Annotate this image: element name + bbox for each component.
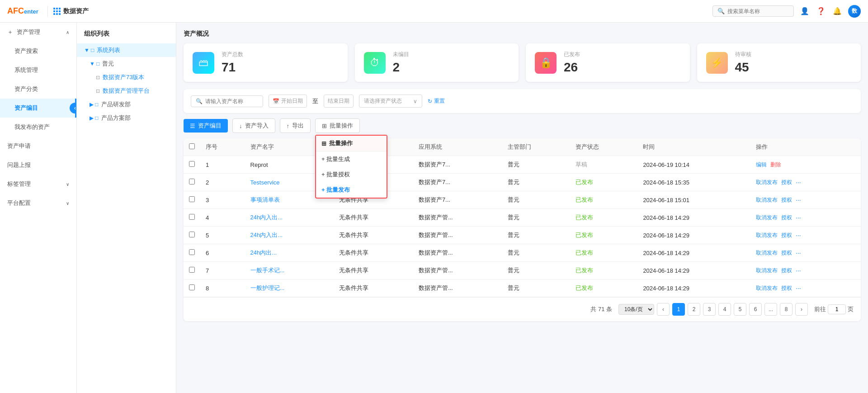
row-time: 2024-06-19 10:14 bbox=[637, 156, 750, 174]
row-name: 24h内入出... bbox=[245, 209, 334, 227]
page-btn-1[interactable]: 1 bbox=[672, 303, 685, 316]
page-btn-4[interactable]: 4 bbox=[718, 303, 731, 316]
sidebar-item-tag-mgmt[interactable]: 标签管理 ∨ bbox=[0, 175, 76, 194]
row-checkbox[interactable] bbox=[189, 232, 195, 237]
page-btn-3[interactable]: 3 bbox=[703, 303, 716, 316]
row-dept: 普元 bbox=[502, 244, 570, 262]
header-divider bbox=[47, 6, 48, 17]
card-value-published: 26 bbox=[564, 60, 580, 75]
action-unpublish[interactable]: 取消发布 bbox=[756, 249, 778, 257]
page-btn-5[interactable]: 5 bbox=[734, 303, 746, 316]
action-unpublish[interactable]: 取消发布 bbox=[756, 267, 778, 275]
action-authorize[interactable]: 授权 bbox=[781, 232, 792, 239]
sidebar-item-issue-report[interactable]: 问题上报 bbox=[0, 156, 76, 175]
tree-item-asset73[interactable]: ⊡ 数据资产73版本 bbox=[77, 71, 176, 84]
row-checkbox[interactable] bbox=[189, 161, 195, 167]
next-page-button[interactable]: › bbox=[795, 303, 808, 316]
action-unpublish[interactable]: 取消发布 bbox=[756, 232, 778, 239]
action-more[interactable]: ··· bbox=[796, 214, 801, 221]
action-more[interactable]: ··· bbox=[796, 249, 801, 256]
row-name-link[interactable]: 一般手术记... bbox=[250, 267, 285, 274]
row-checkbox[interactable] bbox=[189, 284, 195, 290]
batch-operations-button[interactable]: ⊞ 批量操作 bbox=[315, 118, 360, 133]
action-authorize[interactable]: 授权 bbox=[781, 267, 792, 275]
row-time: 2024-06-18 14:29 bbox=[637, 262, 750, 279]
row-name-link[interactable]: 24h内入出... bbox=[250, 214, 283, 221]
action-bar: ☰ 资产编目 ↓ 资产导入 ↑ 导出 ⊞ 批量操作 bbox=[184, 118, 861, 133]
end-date-input[interactable]: 结束日期 bbox=[324, 95, 354, 108]
help-icon[interactable]: ❓ bbox=[816, 6, 826, 17]
action-authorize[interactable]: 授权 bbox=[781, 196, 792, 204]
sidebar-item-asset-classify[interactable]: 资产分类 bbox=[0, 80, 76, 99]
row-name-link[interactable]: 24h内入出... bbox=[250, 232, 283, 238]
avatar[interactable]: 数 bbox=[848, 5, 861, 18]
row-checkbox-cell bbox=[184, 227, 200, 244]
action-authorize[interactable]: 授权 bbox=[781, 179, 792, 186]
select-all-checkbox[interactable] bbox=[189, 143, 195, 149]
row-name-link[interactable]: Testservice bbox=[250, 179, 280, 186]
sidebar-item-asset-edit[interactable]: 资产编目 ‹ bbox=[0, 99, 76, 118]
tree-item-product-rd[interactable]: ▶ □ 产品研发部 bbox=[77, 98, 176, 111]
row-checkbox[interactable] bbox=[189, 267, 195, 273]
tree-item-product-solution[interactable]: ▶ □ 产品方案部 bbox=[77, 111, 176, 125]
action-authorize[interactable]: 授权 bbox=[781, 284, 792, 292]
sidebar-item-my-published[interactable]: 我发布的资产 bbox=[0, 118, 76, 137]
col-app-system: 应用系统 bbox=[413, 138, 502, 156]
action-delete[interactable]: 删除 bbox=[770, 161, 781, 169]
action-unpublish[interactable]: 取消发布 bbox=[756, 196, 778, 204]
global-search[interactable]: 🔍 bbox=[712, 5, 794, 17]
row-name-link[interactable]: 一般护理记... bbox=[250, 284, 285, 291]
action-unpublish[interactable]: 取消发布 bbox=[756, 179, 778, 186]
goto-label: 前往 bbox=[814, 305, 826, 313]
start-date-input[interactable]: 📅 开始日期 bbox=[269, 95, 307, 108]
asset-name-filter[interactable]: 🔍 bbox=[191, 95, 263, 107]
row-checkbox[interactable] bbox=[189, 214, 195, 220]
notification-icon[interactable]: 🔔 bbox=[832, 6, 843, 17]
row-checkbox[interactable] bbox=[189, 249, 195, 255]
page-size-select[interactable]: 10条/页 20条/页 50条/页 bbox=[618, 304, 654, 315]
user-settings-icon[interactable]: 👤 bbox=[799, 6, 810, 17]
prev-page-button[interactable]: ‹ bbox=[657, 303, 670, 316]
row-name-link[interactable]: 事项清单表 bbox=[250, 196, 280, 203]
status-select[interactable]: 请选择资产状态 ∨ bbox=[359, 95, 422, 108]
action-more[interactable]: ··· bbox=[796, 196, 801, 204]
tree-item-puyuan[interactable]: ▼ □ 普元 bbox=[77, 57, 176, 71]
status-badge: 草稿 bbox=[576, 161, 587, 168]
search-input[interactable] bbox=[727, 8, 789, 14]
status-badge: 已发布 bbox=[576, 179, 593, 185]
batch-generate-item[interactable]: + 批量生成 bbox=[316, 152, 387, 167]
sidebar-item-asset-search[interactable]: 资产搜索 bbox=[0, 42, 76, 61]
batch-authorize-item[interactable]: + 批量授权 bbox=[316, 167, 387, 182]
page-btn-2[interactable]: 2 bbox=[688, 303, 700, 316]
tree-item-system-list[interactable]: ▼ □ 系统列表 bbox=[77, 43, 176, 57]
asset-name-input[interactable] bbox=[205, 98, 258, 104]
row-name-link[interactable]: 24h内出... bbox=[250, 249, 277, 256]
action-more[interactable]: ··· bbox=[796, 179, 801, 186]
action-more[interactable]: ··· bbox=[796, 284, 801, 292]
action-authorize[interactable]: 授权 bbox=[781, 249, 792, 257]
import-button[interactable]: ↓ 资产导入 bbox=[232, 118, 275, 133]
action-more[interactable]: ··· bbox=[796, 232, 801, 239]
action-edit[interactable]: 编辑 bbox=[756, 161, 767, 169]
action-unpublish[interactable]: 取消发布 bbox=[756, 284, 778, 292]
reset-button[interactable]: ↻ 重置 bbox=[428, 97, 445, 105]
row-checkbox[interactable] bbox=[189, 179, 195, 185]
sidebar-item-platform-config[interactable]: 平台配置 ∨ bbox=[0, 194, 76, 213]
asset-edit-button[interactable]: ☰ 资产编目 bbox=[184, 119, 228, 133]
action-unpublish[interactable]: 取消发布 bbox=[756, 214, 778, 222]
action-authorize[interactable]: 授权 bbox=[781, 214, 792, 222]
sidebar-toggle[interactable]: ‹ bbox=[70, 103, 77, 114]
tree-item-asset-mgmt-platform[interactable]: ⊡ 数据资产管理平台 bbox=[77, 84, 176, 98]
sidebar-item-system-mgmt[interactable]: 系统管理 bbox=[0, 61, 76, 80]
row-checkbox[interactable] bbox=[189, 196, 195, 202]
export-button[interactable]: ↑ 导出 bbox=[280, 118, 311, 133]
page-goto-input[interactable] bbox=[828, 304, 846, 314]
page-btn-6[interactable]: 6 bbox=[749, 303, 762, 316]
action-more[interactable]: ··· bbox=[796, 267, 801, 274]
row-no: 2 bbox=[200, 174, 245, 191]
sidebar-item-asset-mgmt[interactable]: ＋ 资产管理 ∧ bbox=[0, 23, 76, 42]
batch-publish-item[interactable]: + 批量发布 bbox=[316, 182, 387, 198]
sidebar-item-asset-apply[interactable]: 资产申请 bbox=[0, 137, 76, 156]
row-checkbox-cell bbox=[184, 156, 200, 174]
page-btn-8[interactable]: 8 bbox=[780, 303, 793, 316]
